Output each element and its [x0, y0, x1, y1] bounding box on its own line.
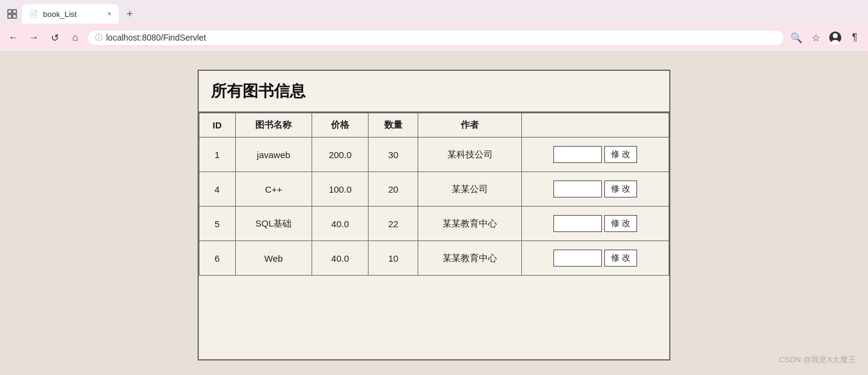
cell-author: 某科技公司: [418, 138, 522, 172]
book-table-container: 所有图书信息 ID 图书名称 价格 数量 作者 1 javaweb 200.0 …: [198, 70, 670, 360]
cell-quantity: 30: [369, 138, 418, 172]
address-bar: ← → ↺ ⌂ ⓘ localhost:8080/FindServlet 🔍 ☆…: [0, 24, 868, 51]
cell-quantity: 20: [369, 172, 418, 207]
col-header-name: 图书名称: [235, 113, 312, 138]
col-header-action: [522, 113, 669, 138]
cell-name: SQL基础: [235, 207, 312, 241]
action-input-3[interactable]: [553, 250, 602, 267]
cell-id: 6: [199, 241, 236, 276]
active-tab[interactable]: 📄 book_List ×: [22, 4, 119, 24]
svg-rect-0: [8, 10, 12, 13]
cell-price: 100.0: [312, 172, 369, 207]
cell-action: 修 改: [522, 172, 669, 207]
book-table: ID 图书名称 价格 数量 作者 1 javaweb 200.0 30 某科技公…: [199, 113, 669, 276]
forward-btn[interactable]: →: [25, 29, 42, 46]
url-info-icon: ⓘ: [95, 33, 102, 43]
home-btn[interactable]: ⌂: [67, 29, 84, 46]
cell-name: Web: [235, 241, 312, 276]
tab-label: book_List: [43, 10, 77, 19]
action-input-1[interactable]: [553, 181, 602, 197]
modify-btn-3[interactable]: 修 改: [604, 250, 637, 267]
new-tab-btn[interactable]: +: [121, 5, 138, 22]
cell-price: 200.0: [312, 138, 369, 172]
cell-id: 4: [199, 172, 236, 207]
cell-id: 5: [199, 207, 236, 241]
cell-action: 修 改: [522, 241, 669, 276]
browser-chrome: 📄 book_List × + ← → ↺ ⌂ ⓘ localhost:8080…: [0, 0, 868, 51]
cell-name: javaweb: [235, 138, 312, 172]
cell-author: 某某教育中心: [418, 207, 522, 241]
cell-action: 修 改: [522, 138, 669, 172]
bookmark-btn[interactable]: ☆: [807, 29, 824, 46]
modify-btn-2[interactable]: 修 改: [604, 215, 637, 232]
table-row: 1 javaweb 200.0 30 某科技公司 修 改: [199, 138, 669, 172]
profile-btn[interactable]: [827, 29, 844, 46]
action-input-2[interactable]: [553, 215, 602, 232]
toolbar-right: 🔍 ☆ ¶: [788, 29, 863, 46]
table-title: 所有图书信息: [211, 82, 305, 100]
back-btn[interactable]: ←: [5, 29, 22, 46]
page-content: 所有图书信息 ID 图书名称 价格 数量 作者 1 javaweb 200.0 …: [0, 51, 868, 373]
tab-file-icon: 📄: [29, 10, 38, 18]
tab-close-btn[interactable]: ×: [107, 10, 112, 18]
col-header-author: 作者: [418, 113, 522, 138]
zoom-btn[interactable]: 🔍: [788, 29, 805, 46]
svg-rect-1: [13, 10, 16, 13]
svg-point-5: [833, 33, 838, 38]
modify-btn-0[interactable]: 修 改: [604, 146, 637, 163]
menu-icon[interactable]: ¶: [846, 29, 863, 46]
tab-bar: 📄 book_List × +: [0, 0, 868, 24]
col-header-qty: 数量: [369, 113, 418, 138]
table-header-row: ID 图书名称 价格 数量 作者: [199, 113, 669, 138]
cell-quantity: 10: [369, 241, 418, 276]
window-icon[interactable]: [5, 7, 19, 21]
cell-price: 40.0: [312, 207, 369, 241]
table-row: 5 SQL基础 40.0 22 某某教育中心 修 改: [199, 207, 669, 241]
reload-btn[interactable]: ↺: [46, 29, 63, 46]
cell-price: 40.0: [312, 241, 369, 276]
url-bar[interactable]: ⓘ localhost:8080/FindServlet: [87, 30, 784, 46]
table-title-row: 所有图书信息: [199, 71, 669, 113]
cell-author: 某某教育中心: [418, 241, 522, 276]
watermark: CSDN @我是X大魔王: [779, 354, 856, 365]
cell-author: 某某公司: [418, 172, 522, 207]
svg-rect-3: [13, 15, 16, 18]
cell-name: C++: [235, 172, 312, 207]
table-row: 6 Web 40.0 10 某某教育中心 修 改: [199, 241, 669, 276]
svg-rect-2: [8, 15, 12, 18]
table-row: 4 C++ 100.0 20 某某公司 修 改: [199, 172, 669, 207]
action-input-0[interactable]: [553, 146, 602, 163]
cell-action: 修 改: [522, 207, 669, 241]
cell-quantity: 22: [369, 207, 418, 241]
col-header-id: ID: [199, 113, 236, 138]
url-text: localhost:8080/FindServlet: [106, 33, 206, 42]
cell-id: 1: [199, 138, 236, 172]
modify-btn-1[interactable]: 修 改: [604, 181, 637, 197]
col-header-price: 价格: [312, 113, 369, 138]
